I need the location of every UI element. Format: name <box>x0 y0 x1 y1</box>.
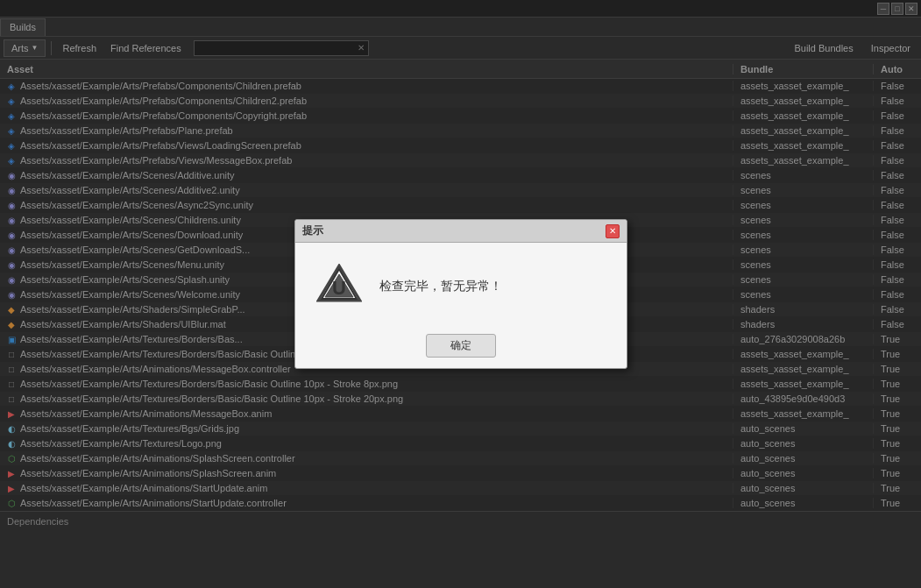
svg-text:U: U <box>332 277 346 299</box>
dialog-title: 提示 <box>302 223 323 238</box>
dialog-footer: 确定 <box>295 327 627 368</box>
dialog-close-button[interactable]: ✕ <box>606 224 620 238</box>
confirm-button[interactable]: 确定 <box>426 334 496 358</box>
dialog-close-icon: ✕ <box>609 226 616 236</box>
dialog-overlay: 提示 ✕ U 检查完毕，暂无异常！ 确定 <box>0 0 921 588</box>
dialog-title-bar: 提示 ✕ <box>295 220 627 243</box>
dialog: 提示 ✕ U 检查完毕，暂无异常！ 确定 <box>294 219 627 369</box>
dialog-message: 检查完毕，暂无异常！ <box>379 279 609 294</box>
dialog-body: U 检查完毕，暂无异常！ <box>295 243 627 327</box>
unity-logo-icon: U <box>316 264 362 309</box>
dialog-icon-area: U <box>313 260 365 313</box>
